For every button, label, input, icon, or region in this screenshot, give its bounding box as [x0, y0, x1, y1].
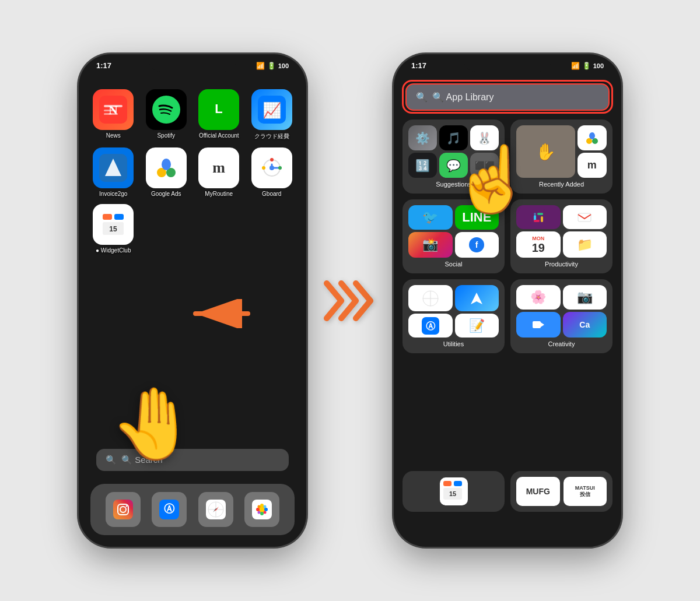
notch-right [464, 54, 551, 72]
svg-rect-62 [541, 213, 543, 215]
cloud-icon: 📈 [251, 89, 292, 130]
svg-text:m: m [212, 159, 225, 176]
app-myroutine[interactable]: m MyRoutine [196, 147, 242, 197]
left-phone-screen: 1:17 📶 🔋 100 N [79, 54, 306, 547]
svg-rect-58 [530, 209, 547, 226]
folder-creativity[interactable]: 🌸 📷 Ca Creativity [510, 279, 612, 353]
folder-utilities[interactable]: Ⓐ 📝 Utilities [402, 279, 505, 353]
search-icon-right: 🔍 [416, 92, 428, 103]
zoom-icon [516, 312, 561, 338]
official-account-icon: L [198, 89, 239, 130]
app-spotify[interactable]: Spotify [144, 89, 190, 140]
left-phone: 1:17 📶 🔋 100 N [79, 54, 306, 547]
svg-point-47 [256, 508, 260, 511]
hand-gesture-left: ✋ [108, 383, 195, 465]
app-official-account[interactable]: L Official Account [196, 89, 242, 140]
creativity-label: Creativity [516, 340, 607, 347]
widgetclub-label: ● WidgetClub [96, 247, 131, 254]
app-google-ads[interactable]: Google Ads [144, 147, 190, 197]
svg-point-50 [264, 505, 267, 508]
google-ads-icon [146, 147, 187, 188]
photos-icon: 🌸 [516, 285, 561, 310]
right-phone: 1:17 📶 🔋 100 🔍 🔍 App Library ⚙ [394, 54, 621, 547]
status-right-left: 📶 🔋 100 [256, 62, 289, 70]
svg-rect-66 [534, 220, 536, 222]
app-news[interactable]: N News [90, 89, 136, 140]
signal-right: 📶 [571, 62, 580, 70]
social-label: Social [408, 261, 499, 268]
svg-point-22 [270, 158, 274, 161]
official-account-label: Official Account [199, 132, 239, 139]
calendar-icon: MON 19 [516, 231, 561, 258]
svg-rect-67 [578, 213, 591, 222]
svg-text:Ⓐ: Ⓐ [426, 321, 436, 331]
svg-rect-3 [104, 110, 116, 111]
productivity-label: Productivity [516, 261, 607, 268]
app-widgetclub[interactable]: 15 ● WidgetClub [90, 204, 136, 254]
svg-point-46 [260, 512, 264, 515]
dock-appstore[interactable]: Ⓐ [152, 492, 187, 527]
svg-rect-64 [541, 220, 543, 222]
main-scene: 1:17 📶 🔋 100 N [12, 15, 688, 586]
finance-folder[interactable]: MUFG MATSUI 投信 [510, 471, 612, 512]
time-right: 1:17 [411, 61, 426, 70]
safari-icon [408, 285, 453, 311]
matsui-icon: MATSUI 投信 [564, 477, 607, 506]
canva-icon: Ca [563, 312, 607, 338]
settings-mini: ⚙️ [408, 125, 437, 150]
svg-text:📈: 📈 [262, 101, 282, 120]
dock-safari[interactable] [198, 492, 233, 527]
svg-rect-4 [104, 113, 118, 115]
myroutine-icon: m [198, 147, 239, 188]
svg-rect-80 [454, 481, 462, 486]
svg-point-52 [264, 511, 267, 514]
instagram-icon: 📸 [408, 232, 453, 258]
svg-text:L: L [215, 101, 223, 116]
routine-mini: m [578, 153, 607, 178]
dock: Ⓐ [90, 484, 295, 535]
svg-point-21 [262, 166, 265, 170]
dock-instagram[interactable] [106, 492, 141, 527]
bottom-apps-row: 15 MUFG MATSUI 投信 [402, 471, 612, 512]
time-left: 1:17 [96, 61, 111, 70]
app-cloud-keiei[interactable]: 📈 クラウド経費 [249, 89, 295, 140]
svg-text:15: 15 [110, 225, 118, 233]
gboard-icon [251, 147, 292, 188]
dock-photos[interactable] [244, 492, 279, 527]
battery-pct-right: 100 [593, 62, 604, 69]
battery-right: 🔋 [582, 62, 591, 70]
testflight-icon [455, 285, 499, 311]
appstore-icon: Ⓐ [408, 314, 453, 338]
app-invoice2go[interactable]: Invoice2go [90, 147, 136, 197]
myroutine-label: MyRoutine [205, 191, 233, 197]
svg-point-51 [258, 511, 261, 514]
messenger-facebook-icon: f [455, 232, 499, 258]
app-gboard[interactable]: Gboard [249, 147, 295, 197]
svg-point-55 [589, 132, 595, 139]
invoice2go-label: Invoice2go [99, 191, 127, 197]
svg-point-48 [264, 508, 268, 511]
utilities-label: Utilities [408, 340, 499, 347]
svg-rect-31 [113, 500, 133, 519]
signal-left: 📶 [256, 62, 265, 70]
app-library-label: 🔍 App Library [432, 92, 494, 103]
right-phone-screen: 1:17 📶 🔋 100 🔍 🔍 App Library ⚙ [394, 54, 621, 547]
gmail-icon [563, 205, 607, 229]
svg-rect-2 [104, 105, 123, 107]
widgetclub-bottom[interactable]: 15 [402, 471, 505, 512]
mufg-icon: MUFG [516, 477, 560, 506]
svg-text:Ⓐ: Ⓐ [164, 503, 175, 515]
svg-point-34 [125, 505, 127, 507]
twitter-icon: 🐦 [408, 205, 453, 230]
svg-point-49 [258, 505, 261, 508]
spotify-label: Spotify [157, 132, 175, 139]
google-ads-label: Google Ads [151, 191, 181, 197]
news-label: News [106, 132, 121, 139]
left-swipe-arrow [184, 299, 254, 331]
app-library-search[interactable]: 🔍 🔍 App Library [405, 83, 610, 111]
battery-pct-left: 100 [278, 62, 289, 69]
svg-rect-26 [114, 214, 124, 220]
svg-point-20 [270, 166, 274, 170]
notch [149, 54, 236, 72]
status-right-right: 📶 🔋 100 [571, 62, 604, 70]
